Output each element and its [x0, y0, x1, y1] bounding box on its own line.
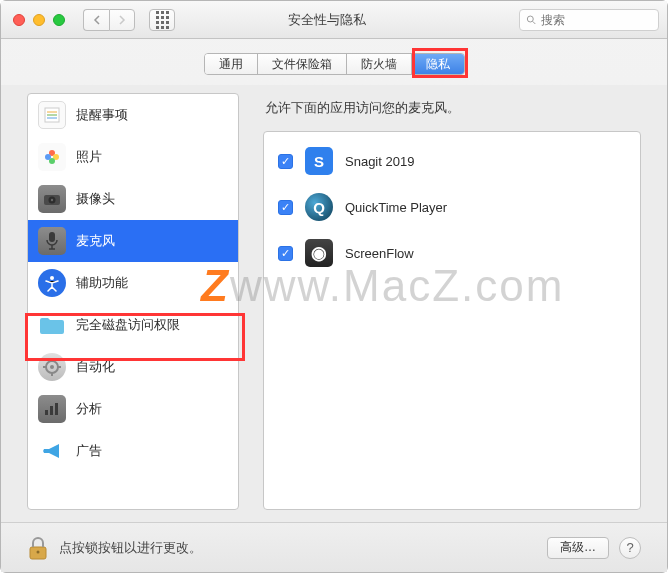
sidebar-item-label: 广告 — [76, 442, 102, 460]
tab-filevault[interactable]: 文件保险箱 — [258, 54, 347, 74]
nav-buttons — [83, 9, 135, 31]
maximize-icon[interactable] — [53, 14, 65, 26]
sidebar-item-analytics[interactable]: 分析 — [28, 388, 238, 430]
sidebar-item-label: 麦克风 — [76, 232, 115, 250]
analytics-icon — [38, 395, 66, 423]
svg-point-27 — [37, 550, 40, 553]
search-icon — [526, 14, 537, 26]
search-field[interactable] — [519, 9, 659, 31]
tab-bar: 通用 文件保险箱 防火墙 隐私 — [204, 53, 465, 75]
search-input[interactable] — [541, 13, 652, 27]
tab-firewall[interactable]: 防火墙 — [347, 54, 412, 74]
megaphone-icon — [38, 437, 66, 465]
advanced-button[interactable]: 高级… — [547, 537, 609, 559]
window-controls — [9, 14, 65, 26]
sidebar-item-label: 提醒事项 — [76, 106, 128, 124]
microphone-icon — [38, 227, 66, 255]
app-row: ✓ Q QuickTime Player — [264, 184, 640, 230]
svg-point-16 — [50, 276, 54, 280]
sidebar-item-accessibility[interactable]: 辅助功能 — [28, 262, 238, 304]
lock-text: 点按锁按钮以进行更改。 — [59, 539, 202, 557]
footer: 点按锁按钮以进行更改。 高级… ? — [1, 522, 667, 572]
gear-icon — [38, 353, 66, 381]
sidebar-item-label: 分析 — [76, 400, 102, 418]
minimize-icon[interactable] — [33, 14, 45, 26]
privacy-description: 允许下面的应用访问您的麦克风。 — [263, 93, 641, 131]
help-button[interactable]: ? — [619, 537, 641, 559]
svg-point-12 — [51, 199, 53, 201]
accessibility-icon — [38, 269, 66, 297]
svg-rect-25 — [55, 403, 58, 415]
sidebar-item-fulldisk[interactable]: 完全磁盘访问权限 — [28, 304, 238, 346]
app-list: ✓ S Snagit 2019 ✓ Q QuickTime Player ✓ ◉… — [263, 131, 641, 510]
sidebar-item-label: 照片 — [76, 148, 102, 166]
sidebar-item-label: 摄像头 — [76, 190, 115, 208]
window-title: 安全性与隐私 — [143, 11, 511, 29]
svg-rect-13 — [49, 232, 55, 242]
svg-point-18 — [50, 365, 54, 369]
app-name: QuickTime Player — [345, 200, 447, 215]
svg-point-0 — [527, 16, 533, 22]
reminders-icon — [38, 101, 66, 129]
sidebar-item-microphone[interactable]: 麦克风 — [28, 220, 238, 262]
sidebar-item-label: 自动化 — [76, 358, 115, 376]
sidebar-item-label: 辅助功能 — [76, 274, 128, 292]
lock-icon[interactable] — [27, 535, 49, 561]
checkbox[interactable]: ✓ — [278, 154, 293, 169]
sidebar-item-photos[interactable]: 照片 — [28, 136, 238, 178]
svg-rect-24 — [50, 406, 53, 415]
sidebar-item-camera[interactable]: 摄像头 — [28, 178, 238, 220]
photos-icon — [38, 143, 66, 171]
sidebar-item-ads[interactable]: 广告 — [28, 430, 238, 472]
app-icon-screenflow: ◉ — [305, 239, 333, 267]
sidebar-item-reminders[interactable]: 提醒事项 — [28, 94, 238, 136]
back-button[interactable] — [83, 9, 109, 31]
app-name: ScreenFlow — [345, 246, 414, 261]
app-row: ✓ ◉ ScreenFlow — [264, 230, 640, 276]
folder-icon — [38, 311, 66, 339]
app-icon-snagit: S — [305, 147, 333, 175]
privacy-sidebar: 提醒事项 照片 摄像头 麦克风 — [27, 93, 239, 510]
sidebar-item-automation[interactable]: 自动化 — [28, 346, 238, 388]
checkbox[interactable]: ✓ — [278, 246, 293, 261]
svg-point-9 — [45, 154, 51, 160]
svg-rect-23 — [45, 410, 48, 415]
titlebar: 安全性与隐私 — [1, 1, 667, 39]
close-icon[interactable] — [13, 14, 25, 26]
app-icon-quicktime: Q — [305, 193, 333, 221]
camera-icon — [38, 185, 66, 213]
tab-general[interactable]: 通用 — [205, 54, 258, 74]
svg-line-1 — [533, 21, 536, 24]
app-name: Snagit 2019 — [345, 154, 414, 169]
sidebar-item-label: 完全磁盘访问权限 — [76, 316, 180, 334]
forward-button[interactable] — [109, 9, 135, 31]
tab-privacy[interactable]: 隐私 — [412, 54, 464, 74]
app-row: ✓ S Snagit 2019 — [264, 138, 640, 184]
checkbox[interactable]: ✓ — [278, 200, 293, 215]
